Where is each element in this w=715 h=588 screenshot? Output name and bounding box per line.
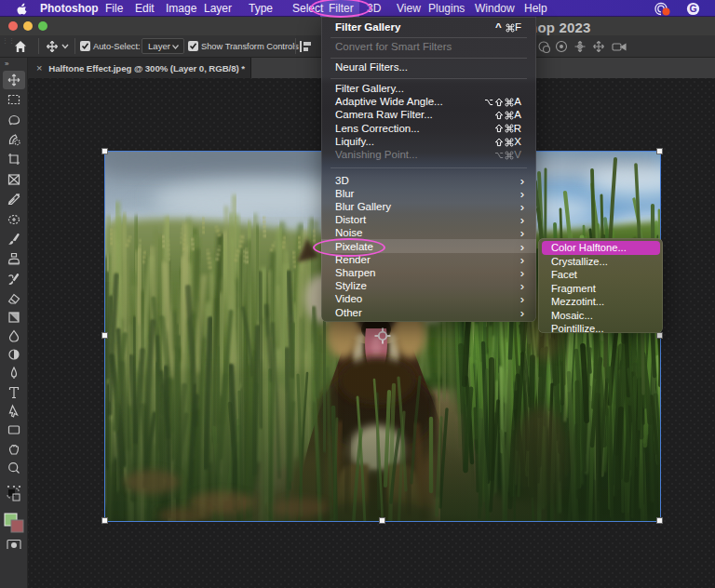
svg-text:G: G — [689, 3, 696, 14]
